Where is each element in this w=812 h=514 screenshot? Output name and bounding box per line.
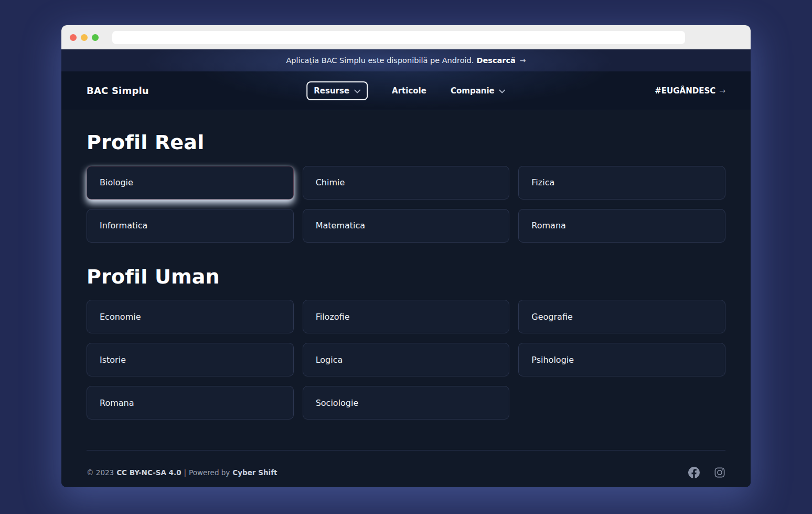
logo-bac-simplu[interactable]: BAC Simplu bbox=[87, 85, 149, 96]
card-fizica[interactable]: Fizica bbox=[518, 166, 725, 200]
minimize-window-button[interactable] bbox=[81, 34, 88, 41]
card-filozofie[interactable]: Filozofie bbox=[303, 300, 510, 333]
card-logica[interactable]: Logica bbox=[303, 343, 510, 376]
card-sociologie[interactable]: Sociologie bbox=[303, 386, 510, 419]
nav-menu: Resurse Articole Companie bbox=[306, 71, 505, 110]
url-bar[interactable] bbox=[112, 31, 685, 44]
card-psihologie[interactable]: Psihologie bbox=[518, 343, 725, 376]
card-geografie[interactable]: Geografie bbox=[518, 300, 725, 333]
arrow-right-icon: → bbox=[520, 56, 526, 65]
announcement-text: Aplicația BAC Simplu este disponibilă pe… bbox=[286, 56, 474, 65]
footer-license-link[interactable]: CC BY-NC-SA 4.0 bbox=[116, 468, 181, 477]
nav-item-articole[interactable]: Articole bbox=[392, 86, 426, 96]
arrow-right-icon: → bbox=[719, 87, 725, 95]
traffic-lights bbox=[70, 34, 99, 41]
nav-item-articole-label: Articole bbox=[392, 86, 426, 96]
announcement-bar: Aplicația BAC Simplu este disponibilă pe… bbox=[61, 49, 751, 71]
card-economie[interactable]: Economie bbox=[87, 300, 294, 333]
card-matematica[interactable]: Matematica bbox=[303, 209, 510, 243]
footer-powered-by: Powered by bbox=[189, 468, 230, 477]
card-biologie[interactable]: Biologie bbox=[87, 166, 294, 200]
grid-profil-uman: Economie Filozofie Geografie Istorie Log… bbox=[87, 300, 725, 419]
footer-separator: | bbox=[184, 468, 187, 477]
close-window-button[interactable] bbox=[70, 34, 77, 41]
grid-profil-real: Biologie Chimie Fizica Informatica Matem… bbox=[87, 166, 725, 243]
facebook-icon[interactable] bbox=[688, 467, 700, 478]
nav-item-resurse[interactable]: Resurse bbox=[306, 81, 368, 100]
section-title-profil-real: Profil Real bbox=[87, 131, 725, 154]
card-romana-real[interactable]: Romana bbox=[518, 209, 725, 243]
nav-item-companie-label: Companie bbox=[451, 86, 495, 96]
instagram-icon[interactable] bbox=[714, 467, 725, 478]
nav-link-eugandesc-label: #EUGÂNDESC bbox=[655, 86, 715, 96]
card-istorie[interactable]: Istorie bbox=[87, 343, 294, 376]
nav-item-resurse-label: Resurse bbox=[314, 86, 349, 96]
maximize-window-button[interactable] bbox=[92, 34, 99, 41]
social-links bbox=[688, 467, 725, 478]
footer-copyright-year: © 2023 bbox=[87, 468, 114, 477]
chevron-down-icon bbox=[354, 89, 360, 93]
announcement-download-link[interactable]: Descarcă bbox=[476, 56, 515, 65]
footer: © 2023 CC BY-NC-SA 4.0 | Powered by Cybe… bbox=[87, 450, 725, 487]
main-content: Profil Real Biologie Chimie Fizica Infor… bbox=[61, 110, 751, 487]
footer-copyright: © 2023 CC BY-NC-SA 4.0 | Powered by Cybe… bbox=[87, 468, 277, 477]
footer-company-link[interactable]: Cyber Shift bbox=[232, 468, 277, 477]
card-chimie[interactable]: Chimie bbox=[303, 166, 510, 200]
main-nav: BAC Simplu Resurse Articole Companie #EU… bbox=[61, 71, 751, 110]
card-informatica[interactable]: Informatica bbox=[87, 209, 294, 243]
nav-link-eugandesc[interactable]: #EUGÂNDESC → bbox=[655, 86, 725, 96]
nav-item-companie[interactable]: Companie bbox=[451, 86, 506, 96]
chevron-down-icon bbox=[499, 89, 506, 93]
browser-window: Aplicația BAC Simplu este disponibilă pe… bbox=[61, 25, 751, 487]
browser-chrome bbox=[61, 25, 751, 49]
section-title-profil-uman: Profil Uman bbox=[87, 266, 725, 289]
card-romana-uman[interactable]: Romana bbox=[87, 386, 294, 419]
